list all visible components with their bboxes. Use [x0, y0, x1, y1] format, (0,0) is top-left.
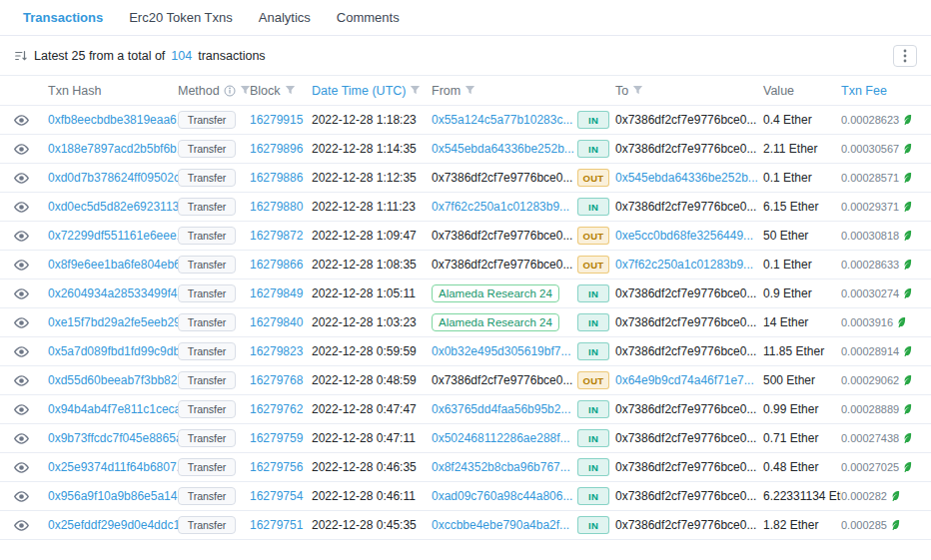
to-address[interactable]: 0x7386df2cf7e9776bce0...: [615, 113, 756, 127]
to-address[interactable]: 0x7386df2cf7e9776bce0...: [615, 286, 756, 300]
preview-txn-button[interactable]: [14, 258, 29, 273]
block-link[interactable]: 16279762: [250, 402, 303, 416]
from-address[interactable]: 0x7386df2cf7e9776bce0...: [432, 258, 572, 272]
txn-hash-link[interactable]: 0x72299df551161e6eee...: [48, 229, 178, 243]
preview-txn-button[interactable]: [14, 344, 29, 359]
from-address[interactable]: 0xccbbe4ebe790a4ba2f...: [432, 518, 569, 532]
to-address[interactable]: 0x7386df2cf7e9776bce0...: [615, 142, 756, 156]
txn-hash-link[interactable]: 0x94b4ab4f7e811c1ceca...: [48, 402, 178, 416]
block-filter-icon[interactable]: [285, 85, 296, 96]
to-address[interactable]: 0x7386df2cf7e9776bce0...: [615, 460, 756, 474]
to-address[interactable]: 0x7386df2cf7e9776bce0...: [615, 431, 756, 445]
preview-txn-button[interactable]: [14, 518, 29, 533]
from-address[interactable]: 0xad09c760a98c44a806...: [432, 489, 572, 503]
from-address[interactable]: 0x502468112286ae288f...: [432, 431, 570, 445]
txn-fee-value: 0.00030818: [841, 230, 899, 242]
eye-icon: [14, 258, 29, 273]
from-address[interactable]: 0x63765dd4faa56b95b2...: [432, 402, 570, 416]
tab-comments[interactable]: Comments: [324, 0, 413, 35]
preview-txn-button[interactable]: [14, 286, 29, 301]
txn-fee-header-link[interactable]: Txn Fee: [841, 84, 887, 98]
direction-badge: OUT: [577, 371, 609, 389]
from-address[interactable]: 0x7f62c250a1c01283b9...: [432, 200, 569, 214]
tab-analytics[interactable]: Analytics: [246, 0, 324, 35]
txn-hash-link[interactable]: 0xd0d7b378624ff09502c...: [48, 171, 178, 185]
txn-hash-link[interactable]: 0x25e9374d11f64b6807...: [48, 460, 178, 474]
from-address[interactable]: 0x8f24352b8cba96b767...: [432, 460, 570, 474]
preview-txn-button[interactable]: [14, 229, 29, 244]
block-link[interactable]: 16279915: [250, 113, 303, 127]
direction-badge: IN: [577, 487, 609, 505]
from-filter-icon[interactable]: [465, 85, 475, 96]
to-filter-icon[interactable]: [632, 85, 643, 96]
txn-hash-link[interactable]: 0x25efddf29e9d0e4ddc1...: [48, 518, 178, 532]
from-address[interactable]: Alameda Research 24: [432, 313, 559, 331]
txn-hash-link[interactable]: 0x5a7d089fbd1fd99c9db...: [48, 344, 178, 358]
preview-txn-button[interactable]: [14, 373, 29, 388]
to-address[interactable]: 0x7386df2cf7e9776bce0...: [615, 315, 756, 329]
tab-erc20-token-txns[interactable]: Erc20 Token Txns: [116, 0, 246, 35]
datetime-cell: 2022-12-28 0:47:47: [312, 402, 432, 416]
block-link[interactable]: 16279886: [250, 171, 303, 185]
from-address[interactable]: 0x545ebda64336be252b...: [432, 142, 574, 156]
col-date-time: Date Time (UTC): [312, 84, 432, 98]
txn-hash-link[interactable]: 0xe15f7bd29a2fe5eeb29...: [48, 315, 178, 329]
txn-fee-value: 0.00029371: [841, 201, 899, 213]
table-body: 0xfb8eecbdbe3819eaa6... Transfer 1627991…: [0, 106, 931, 540]
block-link[interactable]: 16279823: [250, 344, 303, 358]
from-address[interactable]: 0x7386df2cf7e9776bce0...: [432, 373, 572, 387]
block-link[interactable]: 16279756: [250, 460, 303, 474]
col-to: To: [615, 84, 763, 98]
block-link[interactable]: 16279880: [250, 200, 303, 214]
block-link[interactable]: 16279754: [250, 489, 303, 503]
to-address[interactable]: 0xe5cc0bd68fe3256449...: [615, 229, 753, 243]
to-address[interactable]: 0x7386df2cf7e9776bce0...: [615, 200, 756, 214]
from-address[interactable]: 0x55a124c5a77b10283c...: [432, 113, 572, 127]
info-icon[interactable]: [224, 85, 236, 97]
txn-hash-link[interactable]: 0x8f9e6ee1ba6fe804eb6...: [48, 258, 178, 272]
block-link[interactable]: 16279840: [250, 315, 303, 329]
more-options-button[interactable]: [893, 45, 917, 67]
to-address[interactable]: 0x7386df2cf7e9776bce0...: [615, 489, 756, 503]
txn-hash-link[interactable]: 0x9b73ffcdc7f045e8865a...: [48, 431, 178, 445]
to-address[interactable]: 0x545ebda64336be252b...: [615, 171, 758, 185]
block-link[interactable]: 16279866: [250, 258, 303, 272]
block-link[interactable]: 16279751: [250, 518, 303, 532]
from-address[interactable]: 0x7386df2cf7e9776bce0...: [432, 171, 572, 185]
block-link[interactable]: 16279896: [250, 142, 303, 156]
to-address[interactable]: 0x7386df2cf7e9776bce0...: [615, 344, 756, 358]
preview-txn-button[interactable]: [14, 200, 29, 215]
to-address[interactable]: 0x64e9b9cd74a46f71e7...: [615, 373, 754, 387]
method-badge: Transfer: [178, 140, 236, 158]
block-link[interactable]: 16279759: [250, 431, 303, 445]
block-link[interactable]: 16279872: [250, 229, 303, 243]
from-address[interactable]: 0x7386df2cf7e9776bce0...: [432, 229, 572, 243]
txn-hash-link[interactable]: 0x956a9f10a9b86e5a14...: [48, 489, 178, 503]
preview-txn-button[interactable]: [14, 431, 29, 446]
to-address[interactable]: 0x7f62c250a1c01283b9...: [615, 258, 753, 272]
txn-hash-link[interactable]: 0x188e7897acd2b5bf6b...: [48, 142, 178, 156]
txn-hash-link[interactable]: 0x2604934a28533499f4...: [48, 286, 178, 300]
to-address[interactable]: 0x7386df2cf7e9776bce0...: [615, 402, 756, 416]
from-header-label: From: [432, 84, 461, 98]
from-address[interactable]: Alameda Research 24: [432, 284, 559, 302]
preview-txn-button[interactable]: [14, 171, 29, 186]
preview-txn-button[interactable]: [14, 315, 29, 330]
date-filter-icon[interactable]: [410, 85, 421, 96]
block-link[interactable]: 16279849: [250, 286, 303, 300]
date-time-header-link[interactable]: Date Time (UTC): [312, 84, 406, 98]
datetime-cell: 2022-12-28 1:18:23: [312, 113, 432, 127]
preview-txn-button[interactable]: [14, 142, 29, 157]
preview-txn-button[interactable]: [14, 402, 29, 417]
txn-hash-link[interactable]: 0xd55d60beeab7f3bb82...: [48, 373, 178, 387]
preview-txn-button[interactable]: [14, 489, 29, 504]
txn-hash-link[interactable]: 0xd0ec5d5d82e6923113...: [48, 200, 178, 214]
txn-hash-link[interactable]: 0xfb8eecbdbe3819eaa6...: [48, 113, 178, 127]
block-link[interactable]: 16279768: [250, 373, 303, 387]
to-address[interactable]: 0x7386df2cf7e9776bce0...: [615, 518, 756, 532]
tab-transactions[interactable]: Transactions: [10, 0, 116, 35]
from-address[interactable]: 0x0b32e495d305619bf7...: [432, 344, 570, 358]
preview-txn-button[interactable]: [14, 460, 29, 475]
preview-txn-button[interactable]: [14, 113, 29, 128]
total-transactions-link[interactable]: 104: [171, 49, 192, 63]
